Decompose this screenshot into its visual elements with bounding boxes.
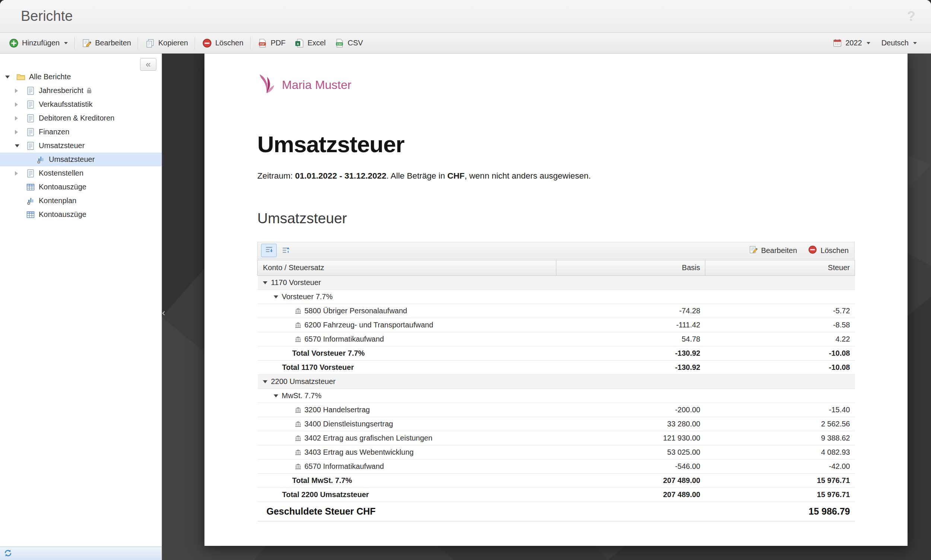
table-row-total-2200-umsatzsteuer[interactable]: Total 2200 Umsatzsteuer 207 489.00 15 97… — [258, 488, 855, 502]
column-header-steuer[interactable]: Steuer — [705, 260, 855, 276]
table-row-group-vorsteuer-77[interactable]: Vorsteuer 7.7% — [258, 290, 855, 304]
report-page: Maria Muster Umsatzsteuer Zeitraum: 01.0… — [204, 54, 908, 546]
excel-export-button[interactable]: X Excel — [290, 36, 330, 51]
refresh-icon — [4, 549, 12, 558]
sidebar-item-kontoauszuege-2[interactable]: Kontoauszüge — [0, 208, 162, 222]
add-button[interactable]: Hinzufügen — [5, 36, 72, 51]
column-header-konto-steuersatz[interactable]: Konto / Steuersatz — [258, 260, 556, 276]
sidebar-item-label: Umsatzsteuer — [49, 155, 94, 164]
year-selector[interactable]: 2022 — [828, 36, 875, 50]
collapsed-arrow-icon[interactable] — [15, 89, 26, 93]
bank-account-icon — [295, 435, 301, 441]
basis-value: 207 489.00 — [556, 488, 705, 502]
sidebar-item-label: Debitoren & Kreditoren — [39, 114, 114, 122]
sidebar-item-label: Verkaufsstatistik — [39, 100, 93, 109]
svg-text:PDF: PDF — [259, 42, 264, 45]
excel-button-label: Excel — [307, 39, 326, 47]
csv-export-button[interactable]: CSV CSV — [330, 36, 367, 51]
minus-circle-icon — [202, 38, 212, 48]
collapse-arrow-icon[interactable] — [263, 380, 267, 383]
column-header-basis[interactable]: Basis — [556, 260, 705, 276]
steuer-value: -42.00 — [705, 460, 855, 474]
collapse-arrow-icon[interactable] — [263, 281, 267, 284]
section-edit-button[interactable]: Bearbeiten — [749, 245, 797, 256]
section-delete-button[interactable]: Löschen — [808, 245, 849, 256]
sidebar-collapse-button[interactable]: « — [140, 58, 156, 71]
delete-button[interactable]: Löschen — [198, 36, 248, 51]
sidebar-item-umsatzsteuer-folder[interactable]: Umsatzsteuer — [0, 139, 162, 152]
sidebar-item-alle-berichte[interactable]: Alle Berichte — [0, 70, 162, 84]
table-row-total-vorsteuer-77[interactable]: Total Vorsteuer 7.7% -130.92 -10.08 — [258, 346, 855, 360]
main-toolbar: Hinzufügen Bearbeiten Kopieren Löschen P… — [0, 33, 931, 54]
basis-value: -130.92 — [556, 346, 705, 360]
copy-icon — [145, 38, 155, 48]
collapsed-arrow-icon[interactable] — [15, 116, 26, 120]
collapse-all-button[interactable] — [278, 244, 293, 257]
expand-all-icon — [265, 246, 273, 255]
pdf-file-icon: PDF — [258, 38, 267, 48]
sidebar-item-jahresbericht[interactable]: Jahresbericht — [0, 84, 162, 97]
table-row-account-6570-mwst[interactable]: 6570 Informatikaufwand -546.00 -42.00 — [258, 460, 855, 474]
table-row-group-mwst-77[interactable]: MwSt. 7.7% — [258, 389, 855, 403]
sidebar-item-label: Kontoauszüge — [39, 210, 86, 219]
table-row-account-6200[interactable]: 6200 Fahrzeug- und Transportaufwand -111… — [258, 318, 855, 332]
table-row-group-2200-umsatzsteuer[interactable]: 2200 Umsatzsteuer — [258, 375, 855, 389]
expanded-arrow-icon[interactable] — [5, 75, 16, 78]
table-row-group-1170-vorsteuer[interactable]: 1170 Vorsteuer — [258, 276, 855, 290]
table-row-account-6570-vorsteuer[interactable]: 6570 Informatikaufwand 54.78 4.22 — [258, 332, 855, 346]
report-doc-icon — [26, 142, 35, 150]
table-row-account-3402[interactable]: 3402 Ertrag aus grafischen Leistungen 12… — [258, 431, 855, 445]
expanded-arrow-icon[interactable] — [15, 145, 26, 147]
pdf-button-label: PDF — [271, 39, 286, 47]
sidebar-item-finanzen[interactable]: Finanzen — [0, 125, 162, 139]
table-row-account-3400[interactable]: 3400 Dienstleistungsertrag 33 280.00 2 5… — [258, 417, 855, 431]
edit-button[interactable]: Bearbeiten — [77, 36, 136, 51]
section-delete-label: Löschen — [820, 246, 849, 255]
basis-value: -200.00 — [556, 403, 705, 417]
toolbar-separator — [138, 37, 139, 49]
period-range: 01.01.2022 - 31.12.2022 — [295, 171, 386, 180]
copy-button[interactable]: Kopieren — [141, 36, 193, 51]
table-row-account-5800[interactable]: 5800 Übriger Personalaufwand -74.28 -5.7… — [258, 304, 855, 318]
steuer-value: -5.72 — [705, 304, 855, 318]
table-row-account-3200[interactable]: 3200 Handelsertrag -200.00 -15.40 — [258, 403, 855, 417]
sidebar-item-umsatzsteuer-report-selected[interactable]: Umsatzsteuer — [0, 152, 162, 166]
row-label: 6570 Informatikaufwand — [305, 462, 384, 471]
collapse-arrow-icon[interactable] — [274, 295, 278, 298]
table-row-geschuldete-steuer[interactable]: Geschuldete Steuer CHF 15 986.79 — [258, 502, 855, 521]
collapsed-arrow-icon[interactable] — [15, 171, 26, 175]
steuer-value: 4 082.93 — [705, 445, 855, 460]
basis-value: -111.42 — [556, 318, 705, 332]
sidebar-item-verkaufsstatistik[interactable]: Verkaufsstatistik — [0, 97, 162, 111]
language-selector[interactable]: Deutsch — [877, 36, 921, 50]
expand-all-button[interactable] — [261, 244, 277, 257]
sidebar-item-debitoren-kreditoren[interactable]: Debitoren & Kreditoren — [0, 111, 162, 125]
refresh-button[interactable] — [4, 549, 12, 558]
vat-table: Konto / Steuersatz Basis Steuer 1170 Vor… — [257, 260, 855, 521]
basis-value — [556, 389, 705, 403]
table-row-total-mwst-77[interactable]: Total MwSt. 7.7% 207 489.00 15 976.71 — [258, 474, 855, 488]
sidebar-item-kostenstellen[interactable]: Kostenstellen — [0, 166, 162, 180]
company-logo: Maria Muster — [257, 73, 855, 97]
company-logo-text: Maria Muster — [282, 78, 352, 92]
row-label: Total 1170 Vorsteuer — [282, 363, 354, 372]
table-row-total-1170-vorsteuer[interactable]: Total 1170 Vorsteuer -130.92 -10.08 — [258, 360, 855, 375]
collapsed-arrow-icon[interactable] — [15, 130, 26, 134]
table-row-account-3403[interactable]: 3403 Ertrag aus Webentwicklung 53 025.00… — [258, 445, 855, 460]
sidebar-splitter-collapse-handle[interactable]: ‹ — [162, 304, 169, 322]
sidebar-item-kontoauszuege-1[interactable]: Kontoauszüge — [0, 180, 162, 194]
table-header-row: Konto / Steuersatz Basis Steuer — [258, 260, 855, 276]
sidebar: « Alle Berichte Jahresbericht Verkaufs — [0, 54, 162, 560]
report-chart-icon — [36, 155, 45, 164]
report-doc-icon — [26, 169, 35, 178]
sidebar-item-kontenplan[interactable]: Kontenplan — [0, 194, 162, 208]
pdf-export-button[interactable]: PDF PDF — [253, 36, 290, 51]
basis-value — [556, 276, 705, 290]
folder-icon — [16, 72, 25, 82]
collapse-arrow-icon[interactable] — [274, 394, 278, 397]
collapsed-arrow-icon[interactable] — [15, 102, 26, 107]
row-label: 3400 Dienstleistungsertrag — [305, 420, 393, 428]
help-icon[interactable]: ? — [907, 9, 916, 24]
year-selector-label: 2022 — [845, 39, 862, 47]
row-label: 2200 Umsatzsteuer — [271, 377, 335, 386]
